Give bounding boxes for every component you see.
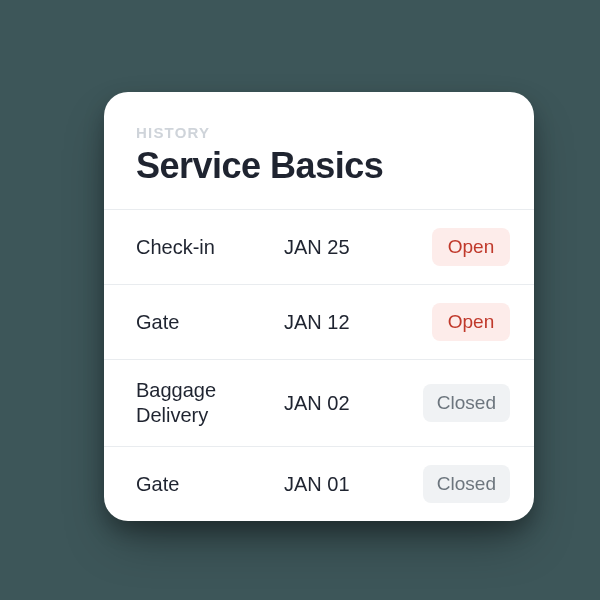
list-item[interactable]: Gate JAN 12 Open (104, 285, 534, 360)
history-list: Check-in JAN 25 Open Gate JAN 12 Open Ba… (104, 209, 534, 521)
page-title: Service Basics (136, 145, 502, 187)
status-badge[interactable]: Closed (423, 465, 510, 503)
eyebrow-label: HISTORY (136, 124, 502, 141)
status-badge[interactable]: Closed (423, 384, 510, 422)
service-name: Gate (136, 310, 276, 335)
card-header: HISTORY Service Basics (104, 92, 534, 209)
service-name: Check-in (136, 235, 276, 260)
list-item[interactable]: Baggage Delivery JAN 02 Closed (104, 360, 534, 447)
history-card: HISTORY Service Basics Check-in JAN 25 O… (104, 92, 534, 521)
status-badge[interactable]: Open (432, 228, 510, 266)
list-item[interactable]: Check-in JAN 25 Open (104, 210, 534, 285)
list-item[interactable]: Gate JAN 01 Closed (104, 447, 534, 521)
service-date: JAN 02 (284, 392, 415, 415)
service-name: Baggage Delivery (136, 378, 276, 428)
service-date: JAN 25 (284, 236, 424, 259)
service-date: JAN 01 (284, 473, 415, 496)
status-badge[interactable]: Open (432, 303, 510, 341)
service-name: Gate (136, 472, 276, 497)
service-date: JAN 12 (284, 311, 424, 334)
